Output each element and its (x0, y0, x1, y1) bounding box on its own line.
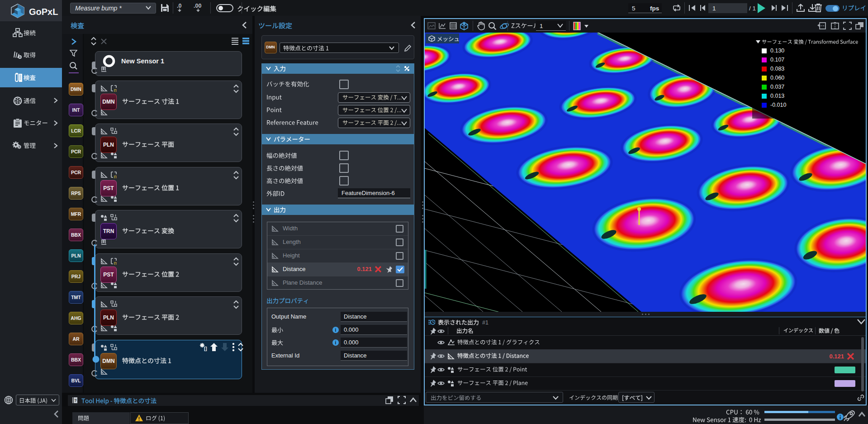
svg-text:?: ? (74, 398, 77, 403)
svg-text:[]: [] (114, 261, 117, 265)
svg-text:i: i (335, 328, 337, 333)
svg-text:[]: [] (114, 175, 117, 178)
svg-text:[]: [] (114, 88, 117, 92)
svg-text:[]: [] (204, 346, 207, 351)
svg-text:i: i (335, 340, 337, 345)
